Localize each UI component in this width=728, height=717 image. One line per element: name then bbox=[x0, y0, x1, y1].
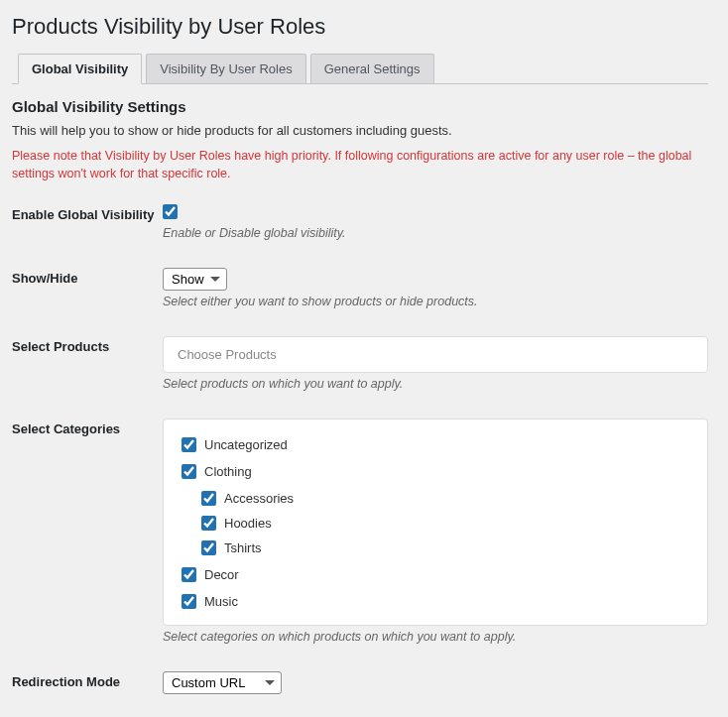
category-checkbox-accessories[interactable] bbox=[201, 491, 216, 506]
showhide-label: Show/Hide bbox=[12, 268, 163, 286]
category-label: Decor bbox=[204, 567, 239, 582]
category-item: Uncategorized bbox=[182, 437, 689, 452]
category-checkbox-uncategorized[interactable] bbox=[182, 437, 196, 452]
products-select[interactable]: Choose Products bbox=[163, 336, 708, 373]
categories-help: Select categories on which products on w… bbox=[163, 630, 708, 644]
category-label: Clothing bbox=[204, 464, 252, 479]
products-label: Select Products bbox=[12, 336, 163, 354]
category-item: Accessories bbox=[201, 491, 689, 506]
category-checkbox-hoodies[interactable] bbox=[201, 516, 216, 531]
enable-label: Enable Global Visibility bbox=[12, 204, 163, 222]
redirection-select[interactable]: Custom URL bbox=[163, 671, 282, 694]
category-label: Hoodies bbox=[224, 516, 272, 531]
enable-help: Enable or Disable global visibility. bbox=[163, 226, 708, 240]
tab-visibility-by-roles[interactable]: Visibility By User Roles bbox=[146, 54, 305, 84]
tabs: Global Visibility Visibility By User Rol… bbox=[12, 54, 708, 84]
category-checkbox-music[interactable] bbox=[182, 594, 196, 609]
section-description: This will help you to show or hide produ… bbox=[12, 123, 708, 138]
category-label: Accessories bbox=[224, 491, 294, 506]
enable-checkbox[interactable] bbox=[163, 204, 178, 219]
showhide-select[interactable]: Show bbox=[163, 268, 227, 291]
category-item: Music bbox=[182, 594, 689, 609]
warning-text: Please note that Visibility by User Role… bbox=[12, 148, 708, 182]
category-label: Uncategorized bbox=[204, 437, 288, 452]
showhide-help: Select either you want to show products … bbox=[163, 295, 708, 308]
category-checkbox-tshirts[interactable] bbox=[201, 540, 216, 555]
category-item: Tshirts bbox=[201, 540, 689, 555]
products-help: Select products on which you want to app… bbox=[163, 377, 708, 391]
category-item: Decor bbox=[182, 567, 689, 582]
tab-global-visibility[interactable]: Global Visibility bbox=[18, 54, 142, 84]
category-label: Tshirts bbox=[224, 540, 262, 555]
category-item: Hoodies bbox=[201, 516, 689, 531]
category-item: Clothing bbox=[182, 464, 689, 479]
categories-label: Select Categories bbox=[12, 418, 163, 436]
redirection-label: Redirection Mode bbox=[12, 671, 163, 689]
category-checkbox-clothing[interactable] bbox=[182, 464, 196, 479]
category-checkbox-decor[interactable] bbox=[182, 567, 196, 582]
categories-box: Uncategorized Clothing Accessories Hoodi… bbox=[163, 418, 708, 626]
tab-general-settings[interactable]: General Settings bbox=[310, 54, 434, 84]
section-title: Global Visibility Settings bbox=[12, 98, 708, 115]
category-label: Music bbox=[204, 594, 238, 609]
page-title: Products Visibility by User Roles bbox=[12, 10, 708, 40]
